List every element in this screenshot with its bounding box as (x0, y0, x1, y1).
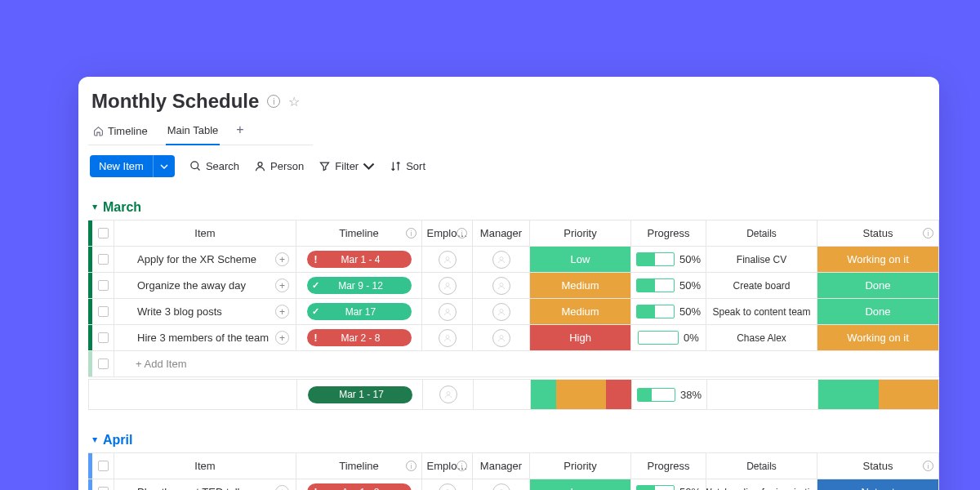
priority-cell[interactable]: Medium (529, 273, 630, 298)
status-cell[interactable]: Not yet (817, 479, 938, 490)
progress-cell[interactable]: 50% (630, 247, 706, 272)
row-checkbox[interactable] (92, 351, 114, 376)
avatar-icon[interactable] (439, 251, 457, 269)
table-row[interactable]: Apply for the XR Scheme+ !Mar 1 - 4 Low … (88, 247, 938, 273)
info-icon[interactable]: i (923, 228, 933, 238)
col-status[interactable]: Statusi (817, 220, 938, 246)
group-header[interactable]: ▸April (88, 433, 939, 448)
manager-cell[interactable] (472, 299, 529, 324)
add-subitem-icon[interactable]: + (275, 305, 289, 318)
table-row[interactable]: Plan the next TED talk+ !Apr 1 - 8 Low 5… (88, 479, 938, 490)
select-all-checkbox[interactable] (92, 453, 114, 479)
priority-cell[interactable]: Low (529, 479, 630, 490)
new-item-caret[interactable] (153, 155, 175, 177)
col-item[interactable]: Item (114, 220, 296, 246)
col-employee[interactable]: Emplo…i (421, 220, 472, 246)
info-icon[interactable]: i (267, 95, 280, 108)
row-checkbox[interactable] (92, 479, 114, 490)
col-status[interactable]: Statusi (817, 453, 938, 479)
filter-button[interactable]: Filter (318, 160, 375, 172)
tab-main-table[interactable]: Main Table (166, 119, 220, 145)
select-all-checkbox[interactable] (92, 220, 114, 246)
avatar-icon[interactable] (439, 303, 457, 321)
manager-cell[interactable] (472, 479, 529, 490)
col-progress[interactable]: ⇕Progress (630, 453, 706, 479)
avatar-icon[interactable] (492, 251, 510, 269)
col-progress[interactable]: Progress (630, 220, 706, 246)
timeline-cell[interactable]: !Mar 2 - 8 (296, 325, 421, 350)
row-checkbox[interactable] (92, 273, 114, 298)
employee-cell[interactable] (421, 479, 472, 490)
details-cell[interactable]: Chase Alex (706, 325, 817, 350)
employee-cell[interactable] (421, 273, 472, 298)
col-timeline[interactable]: Timelinei (296, 453, 421, 479)
table-row[interactable]: Hire 3 members of the team+ !Mar 2 - 8 H… (88, 325, 938, 351)
add-item-row[interactable]: + Add Item (88, 351, 938, 377)
item-cell[interactable]: Write 3 blog posts+ (114, 299, 296, 324)
table-row[interactable]: Organize the away day+ ✓Mar 9 - 12 Mediu… (88, 273, 938, 299)
employee-cell[interactable] (421, 325, 472, 350)
info-icon[interactable]: i (923, 461, 933, 471)
info-icon[interactable]: i (406, 228, 416, 238)
timeline-cell[interactable]: !Apr 1 - 8 (296, 479, 421, 490)
status-cell[interactable]: Done (817, 299, 938, 324)
avatar-icon[interactable] (439, 483, 457, 491)
details-cell[interactable]: Watch online for inspiration (706, 479, 817, 490)
table-row[interactable]: Write 3 blog posts+ ✓Mar 17 Medium 50% S… (88, 299, 938, 325)
add-item-label[interactable]: + Add Item (114, 351, 938, 376)
details-cell[interactable]: Speak to content team (706, 299, 817, 324)
status-cell[interactable]: Working on it (817, 247, 938, 272)
priority-cell[interactable]: High (529, 325, 630, 350)
item-cell[interactable]: Plan the next TED talk+ (114, 479, 296, 490)
col-priority[interactable]: Priority (529, 220, 630, 246)
new-item-button[interactable]: New Item (90, 155, 153, 177)
drag-handle-icon[interactable]: ⇕ (666, 453, 672, 455)
col-details[interactable]: Details (706, 453, 817, 479)
avatar-icon[interactable] (492, 483, 510, 491)
group-header[interactable]: ▸March (88, 200, 939, 215)
add-subitem-icon[interactable]: + (275, 252, 289, 266)
priority-cell[interactable]: Medium (529, 299, 630, 324)
add-subitem-icon[interactable]: + (275, 485, 289, 490)
timeline-cell[interactable]: ✓Mar 17 (296, 299, 421, 324)
tab-timeline[interactable]: Timeline (91, 120, 149, 145)
row-checkbox[interactable] (92, 247, 114, 272)
avatar-icon[interactable] (439, 385, 457, 403)
add-subitem-icon[interactable]: + (275, 278, 289, 292)
item-cell[interactable]: Hire 3 members of the team+ (114, 325, 296, 350)
col-timeline[interactable]: Timelinei (296, 220, 421, 246)
employee-cell[interactable] (421, 247, 472, 272)
status-cell[interactable]: Done (817, 273, 938, 298)
progress-cell[interactable]: 50% (630, 479, 706, 490)
progress-cell[interactable]: 50% (630, 299, 706, 324)
item-cell[interactable]: Apply for the XR Scheme+ (114, 247, 296, 272)
col-employee[interactable]: Emplo…i (421, 453, 472, 479)
search-button[interactable]: Search (189, 160, 239, 172)
details-cell[interactable]: Finalise CV (706, 247, 817, 272)
col-details[interactable]: Details (706, 220, 817, 246)
info-icon[interactable]: i (457, 228, 467, 238)
avatar-icon[interactable] (439, 277, 457, 295)
manager-cell[interactable] (472, 325, 529, 350)
add-subitem-icon[interactable]: + (275, 331, 289, 345)
timeline-cell[interactable]: !Mar 1 - 4 (296, 247, 421, 272)
col-manager[interactable]: Manager (472, 220, 529, 246)
manager-cell[interactable] (472, 273, 529, 298)
col-item[interactable]: Item (114, 453, 296, 479)
priority-cell[interactable]: Low (529, 247, 630, 272)
progress-cell[interactable]: 50% (630, 273, 706, 298)
avatar-icon[interactable] (492, 303, 510, 321)
item-cell[interactable]: Organize the away day+ (114, 273, 296, 298)
progress-cell[interactable]: 0% (630, 325, 706, 350)
row-checkbox[interactable] (92, 325, 114, 350)
add-view-button[interactable]: + (236, 122, 243, 142)
row-checkbox[interactable] (92, 299, 114, 324)
avatar-icon[interactable] (439, 329, 457, 347)
details-cell[interactable]: Create board (706, 273, 817, 298)
info-icon[interactable]: i (406, 461, 416, 471)
sort-button[interactable]: Sort (390, 160, 425, 172)
col-priority[interactable]: Priority (529, 453, 630, 479)
avatar-icon[interactable] (492, 329, 510, 347)
timeline-cell[interactable]: ✓Mar 9 - 12 (296, 273, 421, 298)
status-cell[interactable]: Working on it (817, 325, 938, 350)
